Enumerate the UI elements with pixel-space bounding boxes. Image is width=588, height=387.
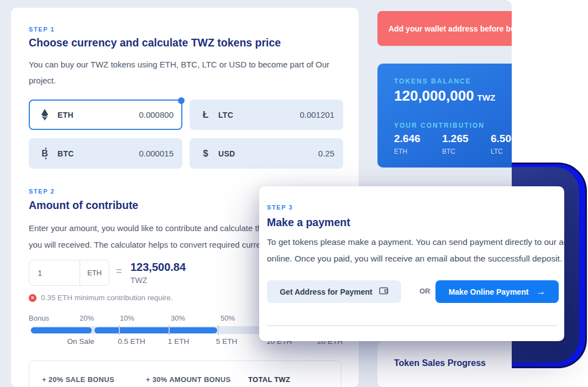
get-address-label: Get Address for Payment — [280, 287, 372, 296]
amount-bonus-label: + 30% AMOUNT BONUS — [146, 375, 230, 384]
bonus-percent: 50% — [221, 314, 235, 322]
contribution-value: 1.265 — [442, 133, 469, 145]
make-online-payment-button[interactable]: Make Online Payment → — [435, 280, 559, 303]
balance-value: 120,000,000TWZ — [394, 87, 495, 104]
dollar-icon: $ — [200, 148, 212, 159]
step2-title: Amount of contribute — [29, 199, 138, 212]
online-payment-label: Make Online Payment — [449, 287, 529, 296]
scale-label: On Sale — [67, 337, 95, 346]
wallet-address-alert: Add your wallet address before buying — [377, 11, 512, 46]
currency-tile-btc[interactable]: B BTC 0.000015 — [29, 138, 182, 169]
currency-rate: 0.001201 — [300, 110, 334, 119]
bonus-progress-fill — [95, 327, 217, 333]
arrow-right-icon: → — [536, 286, 545, 297]
scale-label: 1 ETH — [168, 337, 189, 346]
balance-number: 120,000,000 — [394, 87, 474, 104]
token-sales-progress-title: Token Sales Progress — [394, 358, 486, 368]
modal-divider — [267, 325, 558, 326]
scale-label: 0.5 ETH — [118, 337, 145, 346]
step3-description-line1: To get tokens please make a payment. You… — [267, 237, 564, 247]
currency-code: USD — [218, 149, 235, 158]
step1-title: Choose currency and calculate TWZ tokens… — [29, 36, 281, 49]
step1-description: You can buy our TWZ tokens using ETH, BT… — [29, 56, 347, 88]
bonus-percent: 30% — [171, 314, 185, 322]
contribution-btc: 1.265 BTC — [442, 133, 469, 155]
scale-tick — [119, 325, 120, 335]
tokens-balance-card: TOKENS BALANCE 120,000,000TWZ YOUR CONTR… — [377, 64, 512, 168]
ico-dashboard: STEP 1 Choose currency and calculate TWZ… — [0, 0, 588, 387]
scale-tick — [169, 325, 170, 335]
step3-description-line2: online. Once you paid, you will receive … — [267, 254, 562, 264]
contribution-value: 2.646 — [394, 133, 421, 145]
or-separator: OR — [419, 287, 431, 295]
ethereum-icon — [39, 109, 51, 121]
currency-code: ETH — [57, 111, 74, 119]
currency-rate: 0.000800 — [139, 110, 174, 119]
bonus-percent: 20% — [80, 314, 94, 322]
step3-label: STEP 3 — [267, 204, 293, 211]
bonus-label: Bonus — [29, 314, 49, 322]
error-icon: × — [29, 294, 36, 302]
minimum-contribution-error: × 0.35 ETH minimum contribution require. — [29, 294, 173, 302]
bitcoin-icon: B — [39, 149, 51, 159]
currency-code: BTC — [57, 149, 74, 158]
currency-tile-usd[interactable]: $ USD 0.25 — [190, 138, 343, 169]
scale-label: 5 ETH — [216, 337, 237, 346]
scale-tick — [218, 325, 219, 335]
bonus-summary-box: + 20% SALE BONUS + 30% AMOUNT BONUS TOTA… — [29, 360, 342, 387]
total-twz-label: TOTAL TWZ — [248, 375, 290, 384]
bonus-progress-fill — [31, 327, 92, 333]
amount-currency-suffix: ETH — [80, 260, 109, 285]
selected-indicator-dot — [178, 97, 185, 104]
balance-unit: TWZ — [477, 93, 495, 102]
contribution-eth: 2.646 ETH — [394, 133, 421, 155]
amount-value[interactable]: 1 — [29, 268, 80, 278]
get-address-button[interactable]: Get Address for Payment — [267, 280, 401, 303]
step3-title: Make a payment — [267, 216, 350, 229]
error-text: 0.35 ETH minimum contribution require. — [41, 294, 173, 302]
currency-rate: 0.000015 — [139, 149, 174, 158]
contribution-currency: BTC — [442, 148, 469, 155]
currency-rate: 0.25 — [318, 149, 334, 158]
currency-code: LTC — [218, 111, 233, 119]
contribution-ltc: 6.500 LTC — [491, 133, 512, 155]
sale-bonus-label: + 20% SALE BONUS — [42, 375, 114, 384]
step1-label: STEP 1 — [29, 26, 55, 33]
step2-description-line2: you will received. The calculator helps … — [29, 237, 275, 253]
litecoin-icon: Ł — [200, 109, 212, 121]
token-result-unit: TWZ — [130, 276, 147, 285]
contribution-currency: LTC — [491, 148, 512, 155]
alert-text: Add your wallet address before buying — [389, 24, 512, 33]
contribution-value: 6.500 — [491, 133, 512, 145]
currency-tile-eth[interactable]: ETH 0.000800 — [29, 100, 182, 130]
payment-modal: STEP 3 Make a payment To get tokens plea… — [259, 186, 564, 341]
wallet-icon — [379, 287, 389, 296]
currency-tile-ltc[interactable]: Ł LTC 0.001201 — [190, 100, 343, 130]
token-result-value: 123,500.84 — [130, 261, 186, 274]
step2-description-line1: Enter your amount, you would like to con… — [29, 220, 296, 236]
bonus-percent: 10% — [120, 314, 134, 322]
token-sales-progress-card: Token Sales Progress — [377, 342, 512, 387]
amount-input[interactable]: 1 ETH — [29, 260, 109, 286]
equals-sign: = — [116, 265, 122, 277]
step2-label: STEP 2 — [29, 188, 55, 195]
contribution-label: YOUR CONTRIBUTION — [394, 122, 485, 129]
balance-label: TOKENS BALANCE — [394, 77, 471, 85]
contribution-currency: ETH — [394, 148, 421, 155]
